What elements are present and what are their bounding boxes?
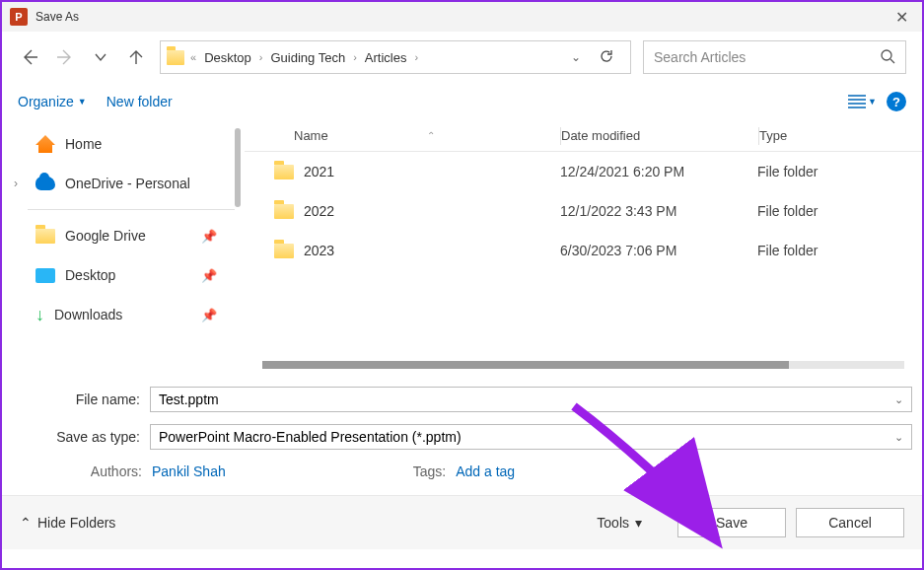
sidebar-divider <box>28 209 235 210</box>
sidebar-item-label: Google Drive <box>65 228 146 244</box>
chevron-right-icon: › <box>257 51 265 63</box>
metadata-row: Authors: Pankil Shah Tags: Add a tag <box>12 458 912 489</box>
view-options-button[interactable]: ▼ <box>848 95 877 108</box>
folder-icon <box>274 204 294 219</box>
new-folder-button[interactable]: New folder <box>107 94 173 109</box>
file-row[interactable]: 2022 12/1/2022 3:43 PM File folder <box>245 191 922 231</box>
home-icon <box>36 135 55 153</box>
address-history-button[interactable]: ⌄ <box>567 50 585 64</box>
tools-label: Tools <box>597 515 629 531</box>
file-date: 12/1/2022 3:43 PM <box>560 203 757 219</box>
chevron-right-icon: › <box>351 51 359 63</box>
breadcrumb-guiding-tech[interactable]: Guiding Tech <box>269 50 348 65</box>
chevron-up-icon: ⌃ <box>20 515 32 531</box>
search-box[interactable] <box>643 40 906 74</box>
column-date-header[interactable]: Date modified <box>561 128 758 143</box>
sidebar-item-label: OneDrive - Personal <box>65 176 190 191</box>
folder-icon <box>274 244 294 258</box>
recent-locations-button[interactable] <box>89 45 112 69</box>
save-type-field[interactable]: PowerPoint Macro-Enabled Presentation (*… <box>150 424 912 450</box>
sidebar-item-label: Home <box>65 136 102 152</box>
file-type: File folder <box>757 203 922 219</box>
pin-icon: 📌 <box>201 308 217 322</box>
authors-label: Authors: <box>69 463 142 479</box>
folder-icon <box>36 229 55 244</box>
command-toolbar: Organize ▼ New folder ▼ ? <box>2 83 922 120</box>
powerpoint-icon: P <box>10 8 28 26</box>
search-icon[interactable] <box>880 48 895 67</box>
authors-value[interactable]: Pankil Shah <box>152 463 226 479</box>
horizontal-scrollbar[interactable] <box>262 361 904 369</box>
file-row[interactable]: 2023 6/30/2023 7:06 PM File folder <box>245 231 922 270</box>
search-input[interactable] <box>654 49 847 65</box>
cancel-button[interactable]: Cancel <box>796 508 904 537</box>
download-icon: ↓ <box>36 305 44 325</box>
close-button[interactable]: ✕ <box>886 8 918 27</box>
tools-button[interactable]: Tools ▾ <box>597 515 642 531</box>
file-name-label: File name: <box>12 392 150 407</box>
breadcrumb-desktop[interactable]: Desktop <box>202 50 253 65</box>
file-name: 2023 <box>304 243 334 258</box>
sidebar-item-home[interactable]: Home <box>2 124 245 164</box>
back-button[interactable] <box>18 45 41 69</box>
chevron-down-icon: ▼ <box>78 97 87 107</box>
file-type: File folder <box>757 164 922 179</box>
forward-button[interactable] <box>53 45 77 69</box>
folder-icon <box>274 165 294 179</box>
folder-icon <box>167 50 184 65</box>
hide-folders-label: Hide Folders <box>37 515 115 531</box>
save-type-label: Save as type: <box>12 429 150 445</box>
expand-icon[interactable]: › <box>14 177 18 190</box>
pin-icon: 📌 <box>201 229 217 244</box>
file-name-field[interactable]: Test.pptm ⌄ <box>150 387 912 412</box>
up-button[interactable] <box>124 45 148 69</box>
chevron-down-icon[interactable]: ⌄ <box>894 431 903 444</box>
chevron-down-icon[interactable]: ⌄ <box>894 393 903 406</box>
onedrive-icon <box>36 177 55 190</box>
chevron-down-icon: ▼ <box>868 97 877 107</box>
navigation-pane: Home › OneDrive - Personal Google Drive … <box>2 120 245 369</box>
chevron-right-icon: › <box>412 51 420 63</box>
refresh-button[interactable] <box>589 48 624 67</box>
title-bar: P Save As ✕ <box>2 2 922 32</box>
file-name: 2022 <box>304 203 334 219</box>
sidebar-item-label: Downloads <box>54 307 122 322</box>
sidebar-item-downloads[interactable]: ↓ Downloads 📌 <box>2 295 245 334</box>
column-type-header[interactable]: Type <box>759 128 922 143</box>
file-name: 2021 <box>304 164 334 179</box>
file-date: 6/30/2023 7:06 PM <box>560 243 757 258</box>
footer-bar: ⌃ Hide Folders Tools ▾ Save Cancel <box>2 496 922 549</box>
sort-indicator-icon: ⌃ <box>427 130 435 141</box>
file-date: 12/24/2021 6:20 PM <box>560 164 757 179</box>
save-form: File name: Test.pptm ⌄ Save as type: Pow… <box>2 369 922 495</box>
tags-value[interactable]: Add a tag <box>456 463 515 479</box>
save-button[interactable]: Save <box>677 508 786 537</box>
breadcrumb-articles[interactable]: Articles <box>363 50 409 65</box>
hide-folders-button[interactable]: ⌃ Hide Folders <box>20 515 115 531</box>
sidebar-item-onedrive[interactable]: › OneDrive - Personal <box>2 164 245 203</box>
svg-point-0 <box>882 50 891 60</box>
address-bar[interactable]: « Desktop › Guiding Tech › Articles › ⌄ <box>160 40 631 74</box>
file-name-value: Test.pptm <box>159 392 219 407</box>
column-name-header[interactable]: Name ⌃ <box>245 128 560 143</box>
pin-icon: 📌 <box>201 268 217 283</box>
desktop-icon <box>36 268 55 283</box>
navigation-row: « Desktop › Guiding Tech › Articles › ⌄ <box>2 32 922 83</box>
chevron-down-icon: ▾ <box>635 515 642 531</box>
save-type-value: PowerPoint Macro-Enabled Presentation (*… <box>159 429 462 445</box>
help-button[interactable]: ? <box>887 92 906 111</box>
column-headers: Name ⌃ Date modified Type <box>245 120 922 152</box>
scrollbar-thumb[interactable] <box>262 361 789 369</box>
file-row[interactable]: 2021 12/24/2021 6:20 PM File folder <box>245 152 922 191</box>
sidebar-item-label: Desktop <box>65 267 115 283</box>
sidebar-item-desktop[interactable]: Desktop 📌 <box>2 255 245 295</box>
breadcrumb-prefix: « <box>188 51 198 63</box>
window-title: Save As <box>36 10 79 24</box>
organize-button[interactable]: Organize ▼ <box>18 94 87 109</box>
sidebar-item-google-drive[interactable]: Google Drive 📌 <box>2 216 245 255</box>
tags-label: Tags: <box>413 463 446 479</box>
sidebar-scrollbar[interactable] <box>235 128 241 207</box>
main-pane: Home › OneDrive - Personal Google Drive … <box>2 120 922 369</box>
file-type: File folder <box>757 243 922 258</box>
file-list-panel: Name ⌃ Date modified Type 2021 12/24/202… <box>245 120 922 369</box>
